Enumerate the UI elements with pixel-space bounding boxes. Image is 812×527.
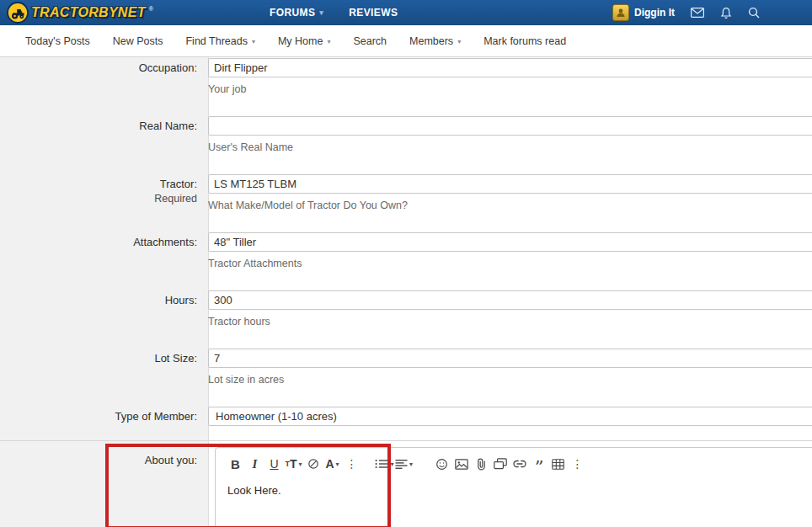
attachments-label: Attachments: — [0, 232, 208, 269]
occupation-help-text: Your job — [208, 83, 812, 95]
tractor-required-note: Required — [0, 193, 197, 205]
form-row-hours: Hours: Tractor hours — [0, 290, 812, 327]
lot-size-help-text: Lot size in acres — [208, 374, 812, 386]
nav-forums-label: FORUMS — [270, 7, 315, 19]
underline-button[interactable]: U — [264, 454, 284, 474]
font-size-large-glyph: T — [290, 457, 297, 471]
lot-size-label: Lot Size: — [0, 349, 208, 386]
form-row-occupation: Occupation: Your job — [0, 58, 812, 95]
link-icon — [513, 460, 526, 468]
quote-button[interactable]: ” — [529, 457, 548, 477]
subnav-mark-forums-read[interactable]: Mark forums read — [483, 35, 566, 47]
paperclip-icon — [475, 458, 487, 471]
member-type-select[interactable]: Homeowner (1-10 acres) — [208, 407, 812, 426]
about-you-label: About you: — [0, 441, 208, 527]
more-options-button[interactable]: ⋮ — [342, 454, 361, 474]
font-size-button[interactable]: TT ▾ — [284, 454, 303, 474]
subnav-label: My Home — [278, 35, 323, 47]
topnav-right: Diggin It — [612, 4, 760, 21]
image-icon — [455, 459, 468, 470]
search-icon[interactable] — [748, 7, 760, 19]
user-menu[interactable]: Diggin It — [612, 4, 675, 21]
brand-logo[interactable]: TRACTORBYNET ® — [7, 3, 153, 24]
attach-files-button[interactable] — [471, 454, 490, 474]
alignment-button[interactable]: ▾ — [394, 454, 414, 474]
chevron-down-icon: ▾ — [252, 38, 255, 45]
hours-label: Hours: — [0, 290, 208, 327]
username: Diggin It — [634, 7, 675, 19]
attachments-help-text: Tractor Attachments — [208, 258, 812, 269]
bold-button[interactable]: B — [226, 454, 245, 474]
chevron-down-icon: ▾ — [409, 460, 413, 468]
font-color-button[interactable]: A ▾ — [323, 454, 342, 474]
editor-toolbar: B I U TT ▾ — [216, 448, 812, 476]
subnav-label: Search — [353, 35, 387, 47]
alignment-icon — [395, 459, 408, 469]
real-name-help-text: User's Real Name — [208, 141, 812, 153]
form-row-member-type: Type of Member: Homeowner (1-10 acres) — [0, 407, 812, 426]
table-icon — [552, 459, 564, 470]
real-name-label: Real Name: — [0, 116, 208, 153]
italic-button[interactable]: I — [245, 454, 264, 474]
form-row-lot-size: Lot Size: Lot size in acres — [0, 349, 812, 386]
nav-forums[interactable]: FORUMS ▾ — [270, 7, 323, 19]
lot-size-input[interactable] — [208, 349, 812, 368]
tractor-input[interactable] — [208, 174, 812, 194]
subnav-members[interactable]: Members ▾ — [409, 35, 461, 47]
remove-formatting-icon — [307, 458, 319, 470]
smilies-button[interactable] — [432, 454, 451, 474]
form-row-real-name: Real Name: User's Real Name — [0, 116, 812, 153]
gallery-embed-button[interactable] — [490, 454, 510, 474]
member-type-label: Type of Member: — [0, 407, 208, 426]
subnav-find-threads[interactable]: Find Threads ▾ — [185, 35, 254, 47]
form-row-attachments: Attachments: Tractor Attachments — [0, 232, 812, 269]
avatar — [612, 4, 629, 21]
insert-link-button[interactable] — [510, 454, 529, 474]
mail-icon[interactable] — [691, 8, 704, 18]
remove-formatting-button[interactable] — [303, 454, 323, 474]
secondary-navigation: Today's Posts New Posts Find Threads ▾ M… — [0, 25, 812, 57]
subnav-new-posts[interactable]: New Posts — [113, 35, 163, 47]
subnav-label: Members — [409, 35, 453, 47]
subnav-label: Mark forums read — [483, 35, 566, 47]
bell-icon[interactable] — [720, 7, 732, 19]
occupation-input[interactable] — [208, 58, 812, 77]
about-rich-text-editor: B I U TT ▾ — [215, 447, 812, 527]
subnav-label: New Posts — [113, 35, 163, 47]
insert-image-button[interactable] — [451, 454, 471, 474]
chevron-down-icon: ▾ — [319, 8, 323, 17]
chevron-down-icon: ▾ — [457, 38, 461, 45]
about-you-section: About you: B I U TT ▾ — [0, 440, 812, 527]
chevron-down-icon: ▾ — [299, 460, 302, 468]
nav-reviews[interactable]: REVIEWS — [349, 7, 398, 19]
smiley-icon — [435, 458, 448, 471]
tractor-label: Tractor: — [0, 178, 197, 190]
tractor-logo-icon — [7, 2, 29, 24]
top-navigation: TRACTORBYNET ® FORUMS ▾ REVIEWS Diggin I… — [0, 0, 812, 25]
attachments-input[interactable] — [208, 232, 812, 252]
gallery-icon — [494, 458, 507, 470]
real-name-input[interactable] — [208, 116, 812, 136]
insert-table-button[interactable] — [548, 454, 568, 474]
more-options-2-button[interactable]: ⋮ — [568, 454, 587, 474]
subnav-todays-posts[interactable]: Today's Posts — [25, 35, 90, 47]
chevron-down-icon: ▾ — [327, 38, 330, 45]
brand-name: TRACTORBYNET — [31, 5, 146, 20]
form-row-tractor: Tractor: Required What Make/Model of Tra… — [0, 174, 812, 211]
subnav-label: Today's Posts — [25, 35, 90, 47]
chevron-down-icon: ▾ — [336, 460, 339, 468]
subnav-label: Find Threads — [185, 35, 247, 47]
list-icon — [375, 459, 388, 469]
hours-input[interactable] — [208, 290, 812, 310]
profile-form: Occupation: Your job Real Name: User's R… — [0, 57, 812, 527]
topnav-links: FORUMS ▾ REVIEWS — [270, 7, 398, 19]
font-color-glyph: A — [325, 457, 334, 471]
subnav-search[interactable]: Search — [353, 35, 387, 47]
nav-reviews-label: REVIEWS — [349, 7, 398, 19]
registered-mark: ® — [149, 6, 153, 12]
occupation-label: Occupation: — [0, 58, 208, 95]
list-button[interactable]: ▾ — [375, 454, 394, 474]
subnav-my-home[interactable]: My Home ▾ — [278, 35, 331, 47]
about-editor-content[interactable]: Look Here. — [216, 476, 812, 505]
hours-help-text: Tractor hours — [208, 316, 812, 327]
